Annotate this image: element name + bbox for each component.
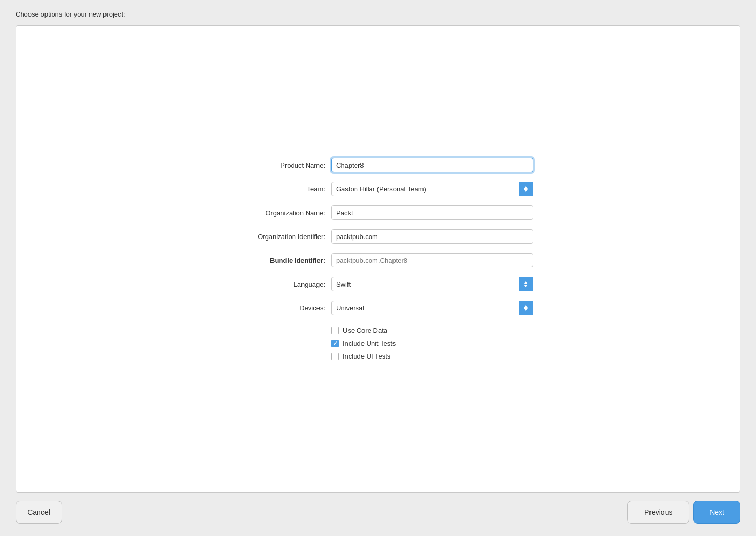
org-id-row: Organization Identifier: (223, 229, 533, 244)
use-core-data-label: Use Core Data (343, 326, 387, 334)
org-id-input[interactable] (331, 229, 533, 244)
page-title: Choose options for your new project: (16, 10, 740, 18)
team-select[interactable]: Gaston Hillar (Personal Team) (331, 182, 533, 196)
next-button[interactable]: Next (693, 501, 740, 524)
include-unit-tests-item: Include Unit Tests (331, 339, 533, 347)
language-select-wrapper: Swift Objective-C (331, 277, 533, 291)
previous-button[interactable]: Previous (627, 501, 689, 524)
include-unit-tests-checkbox[interactable] (331, 340, 339, 347)
language-select[interactable]: Swift Objective-C (331, 277, 533, 291)
team-label: Team: (223, 185, 331, 193)
org-name-row: Organization Name: (223, 205, 533, 220)
devices-row: Devices: Universal iPhone iPad (223, 301, 533, 315)
cancel-button[interactable]: Cancel (16, 501, 62, 524)
use-core-data-checkbox[interactable] (331, 327, 339, 334)
team-row: Team: Gaston Hillar (Personal Team) (223, 182, 533, 196)
language-label: Language: (223, 280, 331, 288)
form-area: Product Name: Team: Gaston Hillar (Perso… (223, 158, 533, 360)
bundle-id-input[interactable] (331, 253, 533, 267)
team-select-wrapper: Gaston Hillar (Personal Team) (331, 182, 533, 196)
use-core-data-item: Use Core Data (331, 326, 533, 334)
content-box: Product Name: Team: Gaston Hillar (Perso… (16, 25, 740, 493)
include-unit-tests-label: Include Unit Tests (343, 339, 396, 347)
devices-select[interactable]: Universal iPhone iPad (331, 301, 533, 315)
devices-label: Devices: (223, 304, 331, 312)
bottom-bar: Cancel Previous Next (16, 493, 740, 526)
bundle-id-label: Bundle Identifier: (223, 257, 331, 264)
product-name-input[interactable] (331, 158, 533, 172)
right-buttons: Previous Next (627, 501, 740, 524)
include-ui-tests-label: Include UI Tests (343, 352, 390, 360)
bundle-id-row: Bundle Identifier: (223, 253, 533, 267)
product-name-row: Product Name: (223, 158, 533, 172)
org-id-label: Organization Identifier: (223, 233, 331, 241)
include-ui-tests-checkbox[interactable] (331, 353, 339, 360)
devices-select-wrapper: Universal iPhone iPad (331, 301, 533, 315)
checkbox-group: Use Core Data Include Unit Tests Include… (331, 326, 533, 360)
org-name-input[interactable] (331, 205, 533, 220)
product-name-label: Product Name: (223, 161, 331, 169)
org-name-label: Organization Name: (223, 209, 331, 217)
language-row: Language: Swift Objective-C (223, 277, 533, 291)
include-ui-tests-item: Include UI Tests (331, 352, 533, 360)
